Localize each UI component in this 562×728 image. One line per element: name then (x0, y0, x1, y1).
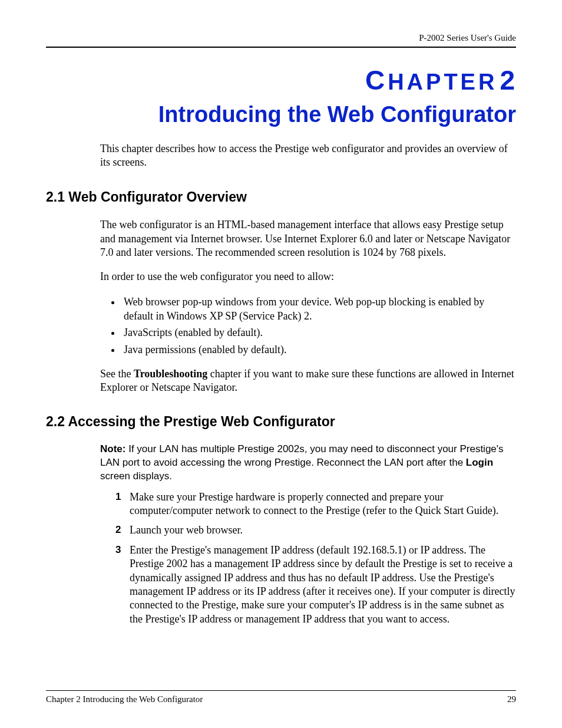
note-text-2: screen displays. (100, 470, 172, 482)
section-2-2-heading: 2.2 Accessing the Prestige Web Configura… (46, 414, 516, 430)
section-2-1-para-2: In order to use the web configurator you… (100, 270, 516, 284)
troubleshooting-ref: Troubleshooting (134, 368, 207, 380)
step-number: 1 (115, 490, 121, 503)
text-fragment: See the (100, 368, 134, 380)
step-item: 1 Make sure your Prestige hardware is pr… (117, 490, 516, 518)
chapter-label-rest: HAPTER (388, 70, 497, 94)
note-label: Note: (100, 443, 125, 454)
list-item: JavaScripts (enabled by default). (121, 325, 516, 340)
chapter-heading-block: CHAPTER 2 Introducing the Web Configurat… (146, 64, 516, 129)
section-2-1-para-3: See the Troubleshooting chapter if you w… (100, 367, 516, 395)
section-2-1-bullet-list: Web browser pop-up windows from your dev… (121, 295, 516, 357)
chapter-label-initial: C (365, 65, 388, 95)
footer-page-number: 29 (507, 694, 516, 704)
step-text: Launch your web browser. (130, 524, 243, 536)
login-ref: Login (466, 457, 493, 468)
step-number: 2 (115, 523, 121, 536)
section-2-1-para-1: The web configurator is an HTML-based ma… (100, 218, 516, 259)
section-2-2-note: Note: If your LAN has multiple Prestige … (100, 443, 516, 483)
step-number: 3 (115, 543, 121, 556)
footer-left: Chapter 2 Introducing the Web Configurat… (46, 694, 203, 704)
step-text: Make sure your Prestige hardware is prop… (130, 491, 498, 516)
section-2-1-heading: 2.1 Web Configurator Overview (46, 189, 516, 205)
header-rule (46, 47, 516, 48)
chapter-title: Introducing the Web Configurator (146, 101, 516, 129)
chapter-label-line: CHAPTER 2 (146, 64, 516, 96)
list-item: Java permissions (enabled by default). (121, 342, 516, 357)
chapter-number: 2 (500, 65, 516, 95)
header-doc-title: P-2002 Series User's Guide (46, 33, 516, 43)
step-item: 2 Launch your web browser. (117, 523, 516, 537)
section-2-2-steps: 1 Make sure your Prestige hardware is pr… (117, 490, 516, 627)
list-item: Web browser pop-up windows from your dev… (121, 295, 516, 324)
page-footer: Chapter 2 Introducing the Web Configurat… (46, 690, 516, 704)
step-item: 3 Enter the Prestige's management IP add… (117, 543, 516, 626)
footer-rule (46, 690, 516, 691)
note-text-1: If your LAN has multiple Prestige 2002s,… (100, 443, 504, 468)
step-text: Enter the Prestige's management IP addre… (130, 544, 515, 625)
chapter-intro: This chapter describes how to access the… (100, 142, 516, 170)
